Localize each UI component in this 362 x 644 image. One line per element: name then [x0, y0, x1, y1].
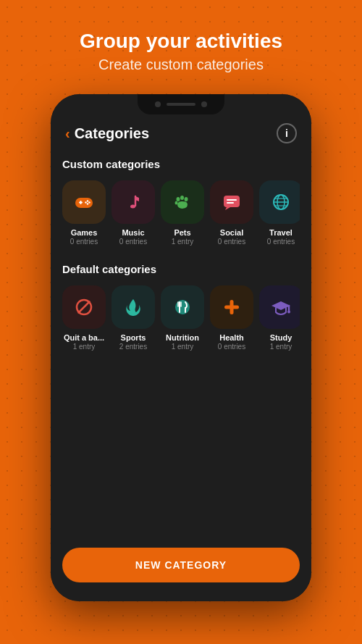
screen-title: Categories — [75, 125, 149, 142]
category-study[interactable]: Study 1 entry — [259, 285, 300, 351]
custom-section-label: Custom categories — [62, 158, 300, 170]
category-nutrition[interactable]: Nutrition 1 entry — [161, 285, 204, 351]
study-label: Study — [270, 333, 292, 343]
camera-dot-2 — [201, 101, 207, 107]
social-entries: 0 entries — [218, 238, 245, 246]
phone-speaker — [167, 103, 195, 106]
category-social[interactable]: Social 0 entries — [210, 180, 253, 246]
nutrition-label: Nutrition — [166, 333, 199, 343]
travel-icon-bg — [259, 180, 300, 224]
fork-knife-icon — [172, 296, 193, 318]
music-icon — [122, 191, 144, 213]
globe-icon — [270, 191, 292, 213]
sports-icon-bg — [111, 285, 155, 329]
default-categories-grid: Quit a ba... 1 entry Sports 2 entries — [62, 285, 300, 351]
games-icon-bg — [62, 180, 106, 224]
health-plus-icon — [221, 296, 243, 318]
svg-point-6 — [87, 203, 88, 204]
category-sports[interactable]: Sports 2 entries — [111, 285, 155, 351]
svg-rect-12 — [224, 196, 240, 207]
health-entries: 0 entries — [218, 343, 245, 351]
category-music[interactable]: Music 0 entries — [111, 180, 155, 246]
social-icon — [221, 191, 243, 213]
svg-point-11 — [175, 201, 178, 205]
music-label: Music — [122, 228, 144, 238]
svg-point-10 — [185, 197, 188, 201]
travel-entries: 0 entries — [267, 238, 295, 246]
app-screen: ‹ Categories i Custom categories — [51, 94, 311, 601]
custom-categories-grid: Games 0 entries Music 0 entries — [62, 180, 300, 246]
flame-icon — [122, 296, 144, 318]
health-icon-bg — [210, 285, 253, 329]
info-button[interactable]: i — [277, 123, 297, 143]
quit-icon-bg — [62, 285, 106, 329]
quit-entries: 1 entry — [73, 343, 96, 351]
svg-point-4 — [88, 201, 90, 203]
top-bar: ‹ Categories i — [62, 123, 300, 143]
back-button[interactable]: ‹ Categories — [65, 125, 149, 142]
gamepad-icon — [73, 191, 95, 213]
pets-icon-bg — [161, 180, 204, 224]
music-entries: 0 entries — [119, 238, 147, 246]
page-hero-title: Group your activities — [14, 29, 348, 54]
category-games[interactable]: Games 0 entries — [62, 180, 106, 246]
new-category-button[interactable]: NEW CATEGORY — [62, 548, 300, 582]
nutrition-icon-bg — [161, 285, 204, 329]
info-icon: i — [285, 127, 288, 139]
svg-point-8 — [177, 197, 180, 201]
svg-marker-29 — [272, 301, 290, 310]
svg-point-5 — [85, 201, 86, 203]
category-health[interactable]: Health 0 entries — [210, 285, 253, 351]
svg-point-9 — [180, 196, 184, 200]
category-travel[interactable]: Travel 0 entries — [259, 180, 300, 246]
svg-point-3 — [87, 200, 88, 201]
default-section-label: Default categories — [62, 263, 300, 275]
nutrition-entries: 1 entry — [172, 343, 194, 351]
sports-label: Sports — [121, 333, 146, 343]
phone-frame: ‹ Categories i Custom categories — [51, 94, 311, 601]
svg-line-21 — [79, 302, 90, 313]
study-icon-bg — [259, 285, 300, 329]
social-icon-bg — [210, 180, 253, 224]
graduation-icon — [270, 296, 292, 318]
quit-icon — [73, 296, 95, 318]
svg-point-31 — [287, 311, 290, 314]
page-hero-subtitle: Create custom categories — [14, 57, 348, 73]
health-label: Health — [219, 333, 244, 343]
phone-notch — [138, 94, 224, 114]
back-arrow-icon: ‹ — [65, 125, 70, 142]
quit-label: Quit a ba... — [64, 333, 104, 343]
sports-entries: 2 entries — [119, 343, 147, 351]
svg-rect-2 — [80, 201, 82, 204]
pets-label: Pets — [174, 228, 190, 238]
svg-point-22 — [175, 300, 190, 314]
svg-rect-28 — [224, 306, 239, 309]
camera-dot — [155, 101, 161, 107]
category-quit[interactable]: Quit a ba... 1 entry — [62, 285, 106, 351]
music-icon-bg — [111, 180, 155, 224]
study-entries: 1 entry — [270, 343, 292, 351]
svg-point-7 — [130, 205, 135, 209]
social-label: Social — [220, 228, 243, 238]
travel-label: Travel — [269, 228, 292, 238]
games-label: Games — [71, 228, 98, 238]
category-pets[interactable]: Pets 1 entry — [161, 180, 204, 246]
pets-entries: 1 entry — [172, 238, 194, 246]
paw-icon — [172, 191, 193, 213]
games-entries: 0 entries — [70, 238, 98, 246]
